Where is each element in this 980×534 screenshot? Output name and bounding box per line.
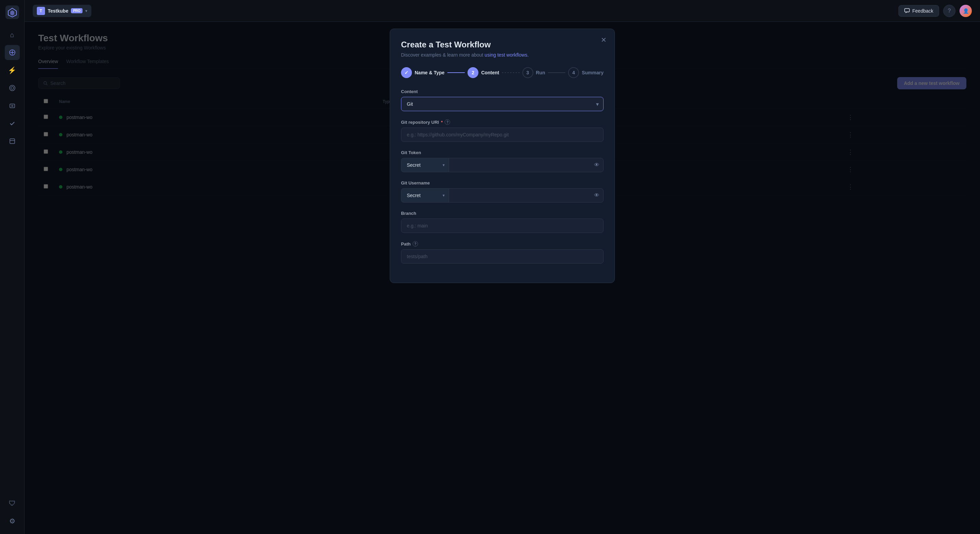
git-token-input[interactable] — [449, 158, 603, 172]
required-indicator: * — [441, 120, 442, 125]
step-3-circle: 3 — [522, 67, 533, 78]
avatar[interactable]: 👤 — [959, 5, 972, 17]
content-form-group: Content Git Inline String ▾ — [401, 89, 603, 111]
stepper: ✓ Name & Type 2 Content 3 Run — [401, 67, 603, 78]
eye-icon[interactable]: 👁 — [594, 162, 600, 168]
git-username-type-wrapper: Secret Value ▾ — [401, 188, 449, 203]
svg-rect-11 — [10, 139, 15, 143]
step-4-label: Summary — [582, 70, 603, 75]
step-2: 2 Content — [468, 67, 499, 78]
templates-icon[interactable] — [5, 134, 20, 149]
step-2-circle: 2 — [468, 67, 479, 78]
svg-rect-13 — [905, 8, 909, 12]
git-username-row: Secret Value ▾ 👁 — [401, 188, 603, 203]
feedback-button[interactable]: Feedback — [899, 5, 939, 17]
workspace-letter: T — [37, 7, 45, 15]
git-username-value-wrapper: 👁 — [449, 188, 603, 203]
app-logo[interactable] — [5, 5, 19, 19]
modal-overlay[interactable]: ✕ Create a Test Workflow Discover exampl… — [25, 22, 980, 534]
step-2-label: Content — [481, 70, 499, 75]
path-label: Path ? — [401, 241, 603, 246]
modal-subtitle: Discover examples & learn more about usi… — [401, 52, 603, 58]
workspace-selector[interactable]: T Testkube PRO ▾ — [33, 5, 91, 17]
workspace-name: Testkube — [48, 8, 68, 14]
step-1-circle: ✓ — [401, 67, 412, 78]
path-input[interactable] — [401, 249, 603, 264]
git-token-type-wrapper: Secret Value ▾ — [401, 158, 449, 172]
git-username-label: Git Username — [401, 180, 603, 186]
triggers-icon[interactable]: ⚡ — [5, 63, 20, 78]
git-username-type-select[interactable]: Secret Value — [401, 188, 449, 203]
svg-rect-8 — [10, 104, 15, 108]
content-select[interactable]: Git Inline String — [401, 97, 603, 111]
git-uri-form-group: Git repository URI * ? — [401, 119, 603, 142]
workflows-icon[interactable] — [5, 45, 20, 60]
step-line-1 — [447, 72, 465, 73]
git-uri-help-icon[interactable]: ? — [445, 119, 450, 125]
home-icon[interactable]: ⌂ — [5, 27, 20, 42]
avatar-image: 👤 — [959, 5, 972, 17]
security-icon[interactable]: 🛡 — [5, 496, 20, 511]
step-1-label: Name & Type — [415, 70, 445, 75]
git-token-type-select[interactable]: Secret Value — [401, 158, 449, 172]
modal-subtitle-text: Discover examples & learn more about — [401, 52, 485, 58]
git-uri-label: Git repository URI * ? — [401, 119, 603, 125]
eye-icon[interactable]: 👁 — [594, 192, 600, 199]
branch-input[interactable] — [401, 219, 603, 233]
svg-point-7 — [11, 87, 14, 89]
step-1: ✓ Name & Type — [401, 67, 445, 78]
modal-close-button[interactable]: ✕ — [598, 35, 609, 45]
create-workflow-modal: ✕ Create a Test Workflow Discover exampl… — [390, 29, 615, 283]
git-token-row: Secret Value ▾ 👁 — [401, 158, 603, 172]
path-form-group: Path ? — [401, 241, 603, 264]
chevron-down-icon: ▾ — [85, 8, 87, 13]
branch-label: Branch — [401, 211, 603, 216]
step-line-2 — [502, 72, 519, 73]
main-content: T Testkube PRO ▾ Feedback ? 👤 Test Workf… — [25, 0, 980, 534]
page-body: Test Workflows Explore your existing Wor… — [25, 22, 980, 534]
analytics-icon[interactable] — [5, 81, 20, 95]
sidebar: ⌂ ⚡ 🛡 ⚙ — [0, 0, 25, 534]
topbar: T Testkube PRO ▾ Feedback ? 👤 — [25, 0, 980, 22]
step-3-label: Run — [536, 70, 545, 75]
git-token-label: Git Token — [401, 150, 603, 155]
feedback-icon — [904, 8, 910, 14]
branch-form-group: Branch — [401, 211, 603, 233]
modal-title: Create a Test Workflow — [401, 40, 603, 49]
git-token-form-group: Git Token Secret Value ▾ 👁 — [401, 150, 603, 172]
tests-icon[interactable] — [5, 116, 20, 131]
path-help-icon[interactable]: ? — [413, 241, 418, 246]
settings-icon[interactable]: ⚙ — [5, 513, 20, 529]
git-username-input[interactable] — [449, 188, 603, 203]
content-label: Content — [401, 89, 603, 94]
step-3: 3 Run — [522, 67, 545, 78]
modal-subtitle-link[interactable]: using test workflows. — [485, 52, 528, 58]
git-token-value-wrapper: 👁 — [449, 158, 603, 172]
step-line-3 — [548, 72, 565, 73]
step-4: 4 Summary — [568, 67, 603, 78]
svg-point-6 — [10, 85, 15, 91]
content-select-wrapper: Git Inline String ▾ — [401, 97, 603, 111]
help-button[interactable]: ? — [943, 5, 955, 17]
step-4-circle: 4 — [568, 67, 579, 78]
pro-badge: PRO — [71, 8, 83, 13]
git-username-form-group: Git Username Secret Value ▾ 👁 — [401, 180, 603, 203]
git-uri-input[interactable] — [401, 127, 603, 142]
help-icon: ? — [948, 8, 951, 14]
reports-icon[interactable] — [5, 98, 20, 113]
